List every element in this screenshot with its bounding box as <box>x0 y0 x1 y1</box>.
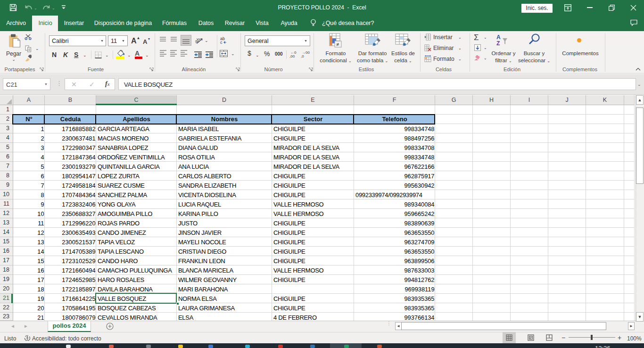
svg-text:c: c <box>220 40 223 44</box>
svg-text:Z: Z <box>496 40 500 47</box>
svg-text:≠: ≠ <box>336 41 339 47</box>
svg-text:A: A <box>496 34 501 41</box>
svg-text:,00: ,00 <box>289 54 295 58</box>
svg-text:,0: ,0 <box>301 54 304 58</box>
